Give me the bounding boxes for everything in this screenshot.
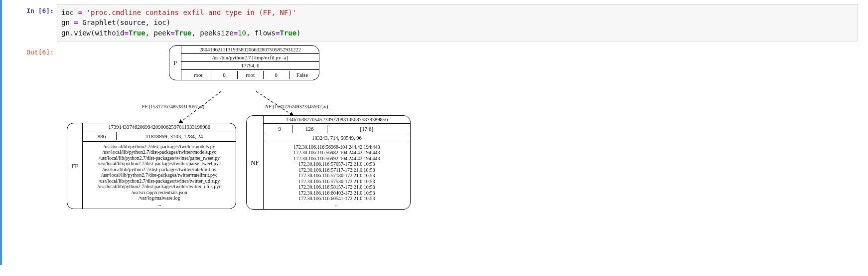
node-ff-oid: 173914337462069942090062597011933198986 — [83, 123, 236, 131]
graph-output: FF (1531776748538313057,∞) NF (153177674… — [57, 45, 858, 255]
svg-line-0 — [179, 91, 221, 123]
graph-node-nf: NF 1346763877054523097708310568758783898… — [246, 115, 411, 210]
node-nf-cols: 9 126 [17 6] — [264, 124, 410, 134]
node-nf-oid: 134676387705452309770831056875878389856 — [264, 116, 410, 124]
node-nf-stats: 183243, 714, 58549, 96 — [264, 134, 410, 142]
node-ff-files: /usr/local/lib/python2.7/dist-packages/t… — [83, 142, 236, 209]
graph-node-p: P 28041962111319358020663280750585293122… — [169, 45, 319, 80]
node-ff-label: FF — [67, 123, 82, 209]
node-p-cmd: /usr/bin/python2.7 [/tmp/exfil.py -a] — [181, 54, 319, 62]
node-nf-label: NF — [247, 116, 263, 210]
svg-line-1 — [256, 91, 293, 116]
node-p-oid: 280419621113193580206632807505852931222 — [181, 46, 319, 54]
node-ff-cols: 886 11818899, 3103, 1284, 24 — [83, 131, 236, 142]
graph-node-ff: FF 1739143374620699420900625970119331989… — [67, 123, 236, 210]
node-p-label: P — [169, 46, 181, 80]
edge-nf-label: NF (1531776749323345932,∞) — [265, 104, 328, 110]
code-input[interactable]: ioc = 'proc.cmdline contains exfil and t… — [57, 4, 858, 41]
output-prompt: Out[6]: — [4, 45, 54, 255]
node-nf-flows: 172.30.106.116:56968-104.244.42.194:4431… — [264, 142, 410, 210]
node-p-pid: 17754, 0 — [181, 62, 319, 70]
code-cell: In [6]: ioc = 'proc.cmdline contains exf… — [4, 4, 858, 41]
input-prompt: In [6]: — [4, 4, 54, 41]
output-cell: Out[6]: FF (1531776748538313057,∞) NF (1… — [4, 45, 858, 255]
node-p-attrs: root 0 root 0 False — [181, 70, 319, 80]
edge-ff-label: FF (1531776748538313057,∞) — [142, 104, 204, 110]
